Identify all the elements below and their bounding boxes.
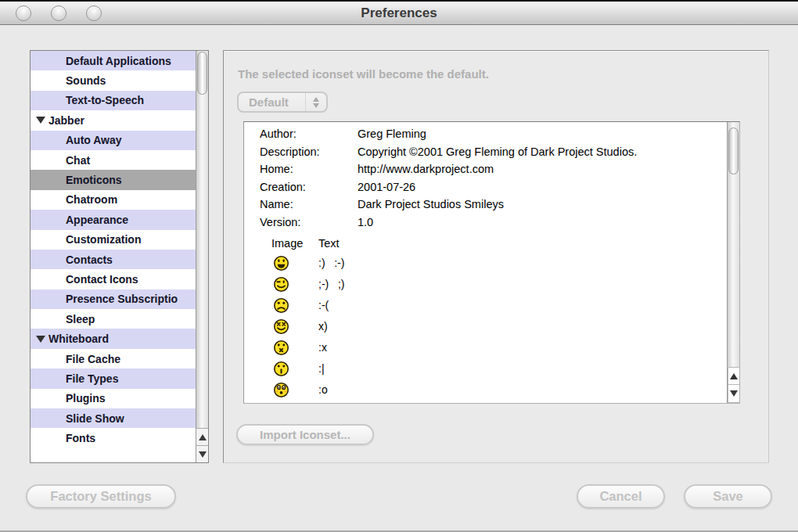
minimize-icon[interactable]: [51, 5, 66, 21]
sidebar-item-plugins[interactable]: Plugins: [31, 389, 196, 408]
category-rows: Default Applications Sounds Text-to-Spee…: [31, 51, 196, 462]
preferences-category-list: Default Applications Sounds Text-to-Spee…: [30, 50, 209, 463]
smiley-frown-icon: [273, 297, 289, 314]
iconset-info-content: Author:Greg Fleming Description:Copyrigh…: [244, 122, 727, 403]
scroll-up-button[interactable]: [728, 367, 739, 385]
sidebar-item-text-to-speech[interactable]: Text-to-Speech: [31, 91, 196, 110]
save-button[interactable]: Save: [684, 484, 772, 509]
smiley-surprised-icon: [273, 382, 289, 398]
sidebar-item-customization[interactable]: Customization: [31, 230, 196, 250]
smiley-neutral-icon: [273, 361, 289, 377]
info-scrollbar-thumb[interactable]: [728, 128, 739, 174]
smiley-x-mouth-icon: [273, 340, 289, 356]
field-name: Name:Dark Project Studios Smileys: [260, 198, 727, 216]
iconset-popup-button[interactable]: Default: [237, 92, 328, 113]
emoticon-row: x): [244, 316, 727, 337]
disclosure-triangle-icon[interactable]: [34, 336, 46, 343]
field-home: Home:http://www.darkproject.com: [260, 163, 727, 181]
arrow-down-icon: [730, 390, 738, 397]
smiley-grin-icon: [273, 255, 289, 271]
sidebar-item-jabber[interactable]: Jabber: [31, 110, 196, 130]
emoticon-row: :x: [244, 337, 727, 358]
emoticon-row: :o: [244, 379, 727, 401]
disclosure-triangle-icon[interactable]: [34, 117, 46, 124]
emoticon-row: :D: [244, 401, 727, 403]
sidebar-item-appearance[interactable]: Appearance: [31, 210, 196, 229]
iconset-fields: Author:Greg Fleming Description:Copyrigh…: [244, 122, 727, 234]
window-title: Preferences: [0, 2, 798, 25]
emoticon-row: :-(: [244, 295, 727, 316]
scroll-down-button[interactable]: [196, 445, 208, 462]
info-scrollbar-arrows: [728, 367, 739, 403]
title-bar[interactable]: Preferences: [0, 2, 798, 25]
emoticon-row: ;-) ;): [244, 274, 727, 295]
arrow-up-icon: [730, 373, 738, 379]
field-version: Version:1.0: [260, 216, 727, 234]
sidebar-item-chat[interactable]: Chat: [31, 150, 196, 170]
sidebar-item-slide-show[interactable]: Slide Show: [31, 408, 196, 428]
field-author: Author:Greg Fleming: [260, 128, 727, 146]
emoticons-pane: The selected iconset will become the def…: [223, 50, 769, 463]
close-icon[interactable]: [16, 5, 31, 21]
field-description: Description:Copyright ©2001 Greg Fleming…: [260, 146, 727, 164]
iconset-popup-value: Default: [239, 95, 305, 109]
import-iconset-button[interactable]: Import Iconset...: [236, 424, 374, 445]
info-scrollbar[interactable]: [727, 122, 739, 403]
sidebar-item-contacts[interactable]: Contacts: [31, 250, 196, 269]
sidebar-item-chatroom[interactable]: Chatroom: [31, 190, 196, 210]
sidebar-item-default-applications[interactable]: Default Applications: [31, 51, 196, 70]
sidebar-item-whiteboard[interactable]: Whiteboard: [31, 329, 196, 348]
arrow-up-icon: [199, 434, 207, 440]
emoticon-row: :) :-): [244, 253, 727, 274]
pane-caption: The selected iconset will become the def…: [238, 67, 489, 81]
sidebar-item-emoticons[interactable]: Emoticons: [31, 170, 196, 189]
sidebar-item-presence-subscription[interactable]: Presence Subscriptio: [31, 289, 196, 309]
smiley-wink-icon: [273, 276, 289, 293]
sidebar-item-fonts[interactable]: Fonts: [31, 428, 196, 448]
sidebar-item-sleep[interactable]: Sleep: [31, 309, 196, 329]
sidebar-item-sounds[interactable]: Sounds: [31, 70, 196, 90]
sidebar-item-contact-icons[interactable]: Contact Icons: [31, 269, 196, 289]
field-creation: Creation:2001-07-26: [260, 181, 727, 199]
popup-stepper-icon: [305, 93, 326, 111]
emoticon-row: :|: [244, 358, 727, 379]
emoticon-table-header: Image Text: [244, 234, 727, 253]
sidebar-scrollbar-arrows: [196, 428, 208, 462]
zoom-icon[interactable]: [86, 5, 102, 21]
cancel-button[interactable]: Cancel: [577, 484, 665, 509]
sidebar-item-file-types[interactable]: File Types: [31, 368, 196, 388]
sidebar-item-file-cache[interactable]: File Cache: [31, 349, 196, 368]
preferences-window: Preferences Default Applications Sounds …: [0, 0, 798, 532]
sidebar-item-auto-away[interactable]: Auto Away: [31, 131, 196, 150]
factory-settings-button[interactable]: Factory Settings: [26, 484, 176, 509]
sidebar-scrollbar[interactable]: [196, 51, 208, 462]
scroll-down-button[interactable]: [728, 385, 739, 403]
arrow-down-icon: [199, 451, 207, 458]
smiley-x-eyes-icon: [273, 318, 289, 335]
sidebar-scrollbar-thumb[interactable]: [197, 52, 207, 95]
iconset-info-box: Author:Greg Fleming Description:Copyrigh…: [243, 121, 740, 404]
scroll-up-button[interactable]: [196, 428, 208, 445]
